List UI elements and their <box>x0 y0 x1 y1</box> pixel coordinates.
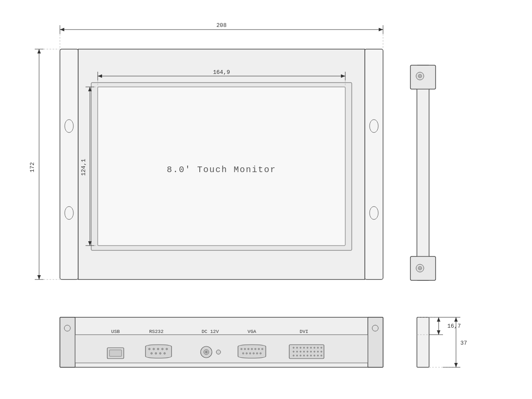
svg-point-107 <box>307 355 308 356</box>
svg-point-75 <box>254 348 256 350</box>
svg-point-89 <box>307 347 308 349</box>
svg-point-83 <box>260 352 261 354</box>
drawing-canvas: 8.0' Touch Monitor 208 <box>0 0 532 399</box>
svg-point-87 <box>300 347 301 349</box>
svg-point-100 <box>314 351 315 352</box>
svg-rect-112 <box>417 317 429 367</box>
svg-point-61 <box>162 348 163 350</box>
svg-point-58 <box>149 348 150 350</box>
svg-marker-11 <box>379 28 383 31</box>
svg-marker-114 <box>437 317 440 322</box>
svg-point-101 <box>317 351 319 352</box>
svg-marker-120 <box>454 363 458 367</box>
svg-rect-84 <box>289 345 324 359</box>
svg-point-69 <box>205 351 207 353</box>
svg-marker-25 <box>37 275 41 279</box>
svg-marker-119 <box>454 317 458 322</box>
usb-label: USB <box>111 329 120 334</box>
svg-point-80 <box>249 352 251 354</box>
svg-point-72 <box>244 348 246 350</box>
svg-point-96 <box>300 351 301 352</box>
svg-rect-51 <box>60 317 75 367</box>
svg-point-98 <box>307 351 308 352</box>
svg-point-77 <box>261 348 263 350</box>
dim-208: 208 <box>216 22 226 29</box>
svg-point-78 <box>242 352 244 354</box>
svg-point-103 <box>293 355 294 356</box>
svg-point-109 <box>314 355 315 356</box>
svg-point-105 <box>300 355 301 356</box>
svg-point-76 <box>258 348 260 350</box>
svg-point-111 <box>321 355 322 356</box>
svg-point-85 <box>293 347 294 349</box>
dim-1241: 124,1 <box>80 159 87 176</box>
svg-point-65 <box>159 352 161 354</box>
dc12v-label: DC 12V <box>202 329 219 334</box>
svg-point-63 <box>151 352 152 354</box>
svg-point-81 <box>253 352 254 354</box>
dim-172: 172 <box>29 162 36 172</box>
svg-point-64 <box>155 352 157 354</box>
svg-point-97 <box>304 351 305 352</box>
svg-point-70 <box>216 350 221 354</box>
svg-point-106 <box>304 355 305 356</box>
svg-point-93 <box>321 347 322 349</box>
svg-point-92 <box>317 347 319 349</box>
svg-point-59 <box>153 348 155 350</box>
svg-point-60 <box>157 348 159 350</box>
svg-point-73 <box>248 348 249 350</box>
svg-point-94 <box>293 351 294 352</box>
svg-rect-1 <box>365 49 383 279</box>
vga-label: VGA <box>248 329 256 334</box>
dvi-label: DVI <box>300 329 308 334</box>
svg-point-86 <box>297 347 298 349</box>
svg-marker-115 <box>437 330 440 335</box>
svg-point-71 <box>241 348 242 350</box>
svg-point-110 <box>317 355 319 356</box>
svg-point-79 <box>246 352 248 354</box>
svg-point-104 <box>297 355 298 356</box>
rs232-label: RS232 <box>149 329 163 334</box>
screen-label: 8.0' Touch Monitor <box>167 165 276 175</box>
svg-rect-0 <box>60 49 78 279</box>
svg-marker-24 <box>37 49 41 53</box>
svg-point-99 <box>311 351 312 352</box>
svg-rect-57 <box>109 350 122 356</box>
dim-37: 37 <box>460 340 467 346</box>
svg-point-102 <box>321 351 322 352</box>
svg-point-88 <box>304 347 305 349</box>
svg-point-90 <box>311 347 312 349</box>
svg-marker-10 <box>60 28 64 31</box>
dim-167: 16,7 <box>447 323 461 329</box>
svg-point-66 <box>164 352 165 354</box>
svg-point-82 <box>256 352 258 354</box>
svg-point-108 <box>311 355 312 356</box>
svg-point-95 <box>297 351 298 352</box>
svg-point-74 <box>251 348 253 350</box>
svg-point-62 <box>166 348 168 350</box>
svg-rect-37 <box>417 65 429 280</box>
svg-rect-52 <box>368 317 383 367</box>
svg-point-91 <box>314 347 315 349</box>
dim-1649: 164,9 <box>213 69 230 76</box>
